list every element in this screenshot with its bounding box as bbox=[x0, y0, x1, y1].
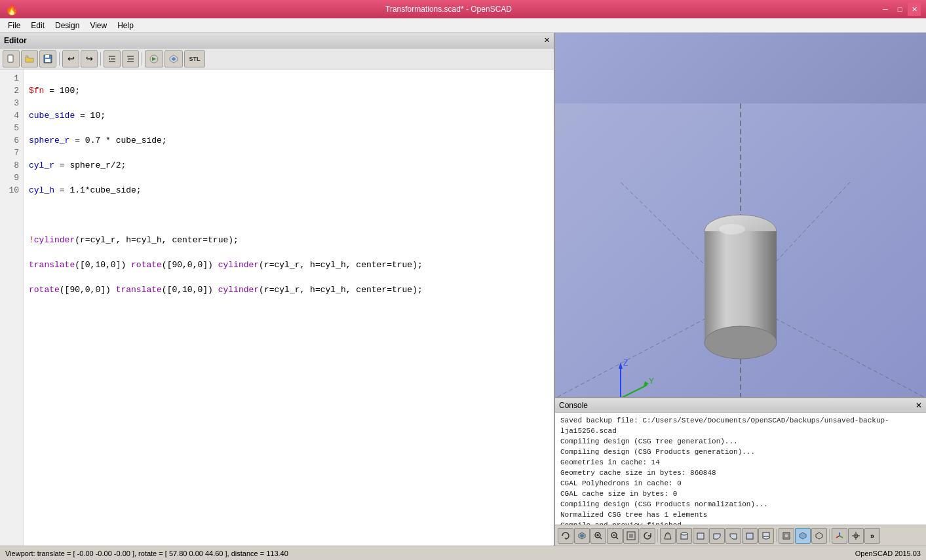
vp-sep-3 bbox=[829, 529, 830, 542]
svg-rect-4 bbox=[45, 59, 50, 62]
svg-rect-49 bbox=[697, 533, 704, 539]
left-view-button[interactable] bbox=[709, 528, 725, 544]
titlebar: 🔥 Transformations.scad* - OpenSCAD ─ □ ✕ bbox=[0, 0, 926, 18]
save-file-button[interactable] bbox=[39, 50, 56, 67]
toolbar-separator-2 bbox=[100, 52, 101, 65]
console-line-3: Compiling design (CSG Products generatio… bbox=[560, 447, 921, 457]
console-line-7: CGAL cache size in bytes: 0 bbox=[560, 489, 921, 499]
svg-rect-56 bbox=[784, 534, 788, 538]
open-file-button[interactable] bbox=[21, 50, 38, 67]
redo-button[interactable]: ↪ bbox=[81, 50, 98, 67]
minimize-button[interactable]: ─ bbox=[879, 3, 892, 16]
svg-marker-58 bbox=[816, 532, 822, 539]
console-line-5: Geometry cache size in bytes: 860848 bbox=[560, 468, 921, 478]
preview-button[interactable] bbox=[145, 50, 163, 67]
vp-sep-1 bbox=[657, 529, 658, 542]
menu-file[interactable]: File bbox=[3, 20, 26, 31]
vp-sep-2 bbox=[776, 529, 777, 542]
orthographic-button[interactable] bbox=[779, 528, 794, 544]
svg-point-54 bbox=[763, 536, 769, 539]
zoom-fit-button[interactable] bbox=[623, 528, 639, 544]
editor-panel: Editor ✕ bbox=[0, 33, 555, 546]
rotate-view-button[interactable] bbox=[558, 528, 573, 544]
perspective-button[interactable] bbox=[660, 528, 676, 544]
svg-line-60 bbox=[839, 536, 843, 538]
svg-point-22 bbox=[704, 326, 777, 359]
console-title: Console bbox=[559, 401, 588, 410]
maximize-button[interactable]: □ bbox=[893, 3, 906, 16]
svg-rect-52 bbox=[746, 533, 753, 539]
viewport-toolbar: » bbox=[555, 525, 926, 546]
svg-line-36 bbox=[600, 537, 602, 539]
unindent-button[interactable] bbox=[122, 50, 139, 67]
console-line-2: Compiling design (CSG Tree generation)..… bbox=[560, 436, 921, 447]
code-editor[interactable]: 1 2 3 4 5 6 7 8 9 10 $fn = 100; cube_sid… bbox=[0, 69, 554, 546]
code-text[interactable]: $fn = 100; cube_side = 10; sphere_r = 0.… bbox=[24, 69, 554, 546]
top-view-button[interactable] bbox=[676, 528, 692, 544]
main-layout: Editor ✕ bbox=[0, 33, 926, 546]
render-button[interactable] bbox=[164, 50, 183, 67]
svg-rect-1 bbox=[12, 55, 13, 56]
app-version: OpenSCAD 2015.03 bbox=[855, 550, 921, 557]
render-view-button[interactable] bbox=[574, 528, 590, 544]
svg-marker-44 bbox=[665, 534, 671, 539]
bottom-view-button[interactable] bbox=[758, 528, 774, 544]
svg-line-61 bbox=[836, 536, 839, 538]
undo-button[interactable]: ↩ bbox=[62, 50, 79, 67]
right-view-button[interactable] bbox=[725, 528, 741, 544]
svg-marker-50 bbox=[714, 534, 720, 539]
line-numbers: 1 2 3 4 5 6 7 8 9 10 bbox=[0, 69, 24, 546]
console-close-button[interactable]: ✕ bbox=[916, 401, 922, 410]
console-line-9: Normalized CSG tree has 1 elements bbox=[560, 510, 921, 520]
svg-point-48 bbox=[681, 532, 687, 535]
reset-view-button[interactable] bbox=[640, 528, 655, 544]
editor-header: Editor ✕ bbox=[0, 33, 554, 48]
zoom-in-button[interactable] bbox=[590, 528, 606, 544]
console-line-6: CGAL Polyhedrons in cache: 0 bbox=[560, 478, 921, 489]
svg-line-40 bbox=[616, 537, 618, 539]
show-axes-button[interactable] bbox=[832, 528, 847, 544]
back-view-button[interactable] bbox=[742, 528, 758, 544]
menu-edit[interactable]: Edit bbox=[26, 20, 50, 31]
editor-title: Editor bbox=[4, 36, 27, 45]
toolbar-separator-3 bbox=[142, 52, 142, 65]
menu-view[interactable]: View bbox=[85, 20, 112, 31]
right-panel: Z Y X bbox=[555, 33, 926, 546]
window-controls: ─ □ ✕ bbox=[879, 3, 921, 16]
menu-design[interactable]: Design bbox=[50, 20, 85, 31]
more-button[interactable]: » bbox=[864, 528, 880, 544]
svg-rect-3 bbox=[45, 55, 49, 58]
svg-text:Z: Z bbox=[623, 358, 628, 367]
console-content: Saved backup file: C:/Users/Steve/Docume… bbox=[555, 413, 926, 525]
editor-toolbar: ↩ ↪ bbox=[0, 48, 554, 69]
svg-marker-57 bbox=[800, 532, 806, 539]
toolbar-separator-1 bbox=[59, 52, 60, 65]
close-button[interactable]: ✕ bbox=[908, 3, 921, 16]
crosshair-button[interactable] bbox=[848, 528, 864, 544]
viewport-info: Viewport: translate = [ -0.00 -0.00 -0.0… bbox=[5, 550, 288, 557]
console-line-10: Compile and preview finished. bbox=[560, 520, 921, 525]
svg-text:Y: Y bbox=[649, 377, 654, 386]
front-view-button[interactable] bbox=[693, 528, 708, 544]
zoom-out-button[interactable] bbox=[607, 528, 623, 544]
window-title: Transformations.scad* - OpenSCAD bbox=[18, 5, 879, 14]
menu-help[interactable]: Help bbox=[112, 20, 139, 31]
editor-close-button[interactable]: ✕ bbox=[544, 36, 550, 45]
console-panel: Console ✕ Saved backup file: C:/Users/St… bbox=[555, 397, 926, 525]
console-header: Console ✕ bbox=[555, 398, 926, 413]
console-line-4: Geometries in cache: 14 bbox=[560, 457, 921, 468]
svg-marker-51 bbox=[730, 534, 737, 539]
console-line-1: Saved backup file: C:/Users/Steve/Docume… bbox=[560, 415, 921, 436]
wireframe-button[interactable] bbox=[811, 528, 827, 544]
svg-rect-43 bbox=[629, 534, 633, 538]
surface-view-button[interactable] bbox=[795, 528, 811, 544]
svg-point-23 bbox=[719, 224, 745, 234]
statusbar: Viewport: translate = [ -0.00 -0.00 -0.0… bbox=[0, 546, 926, 560]
indent-button[interactable] bbox=[104, 50, 121, 67]
console-line-8: Compiling design (CSG Products normaliza… bbox=[560, 499, 921, 510]
stl-export-button[interactable]: STL bbox=[184, 50, 205, 67]
menubar: File Edit Design View Help bbox=[0, 18, 926, 33]
app-logo: 🔥 bbox=[5, 3, 18, 16]
new-file-button[interactable] bbox=[3, 50, 20, 67]
